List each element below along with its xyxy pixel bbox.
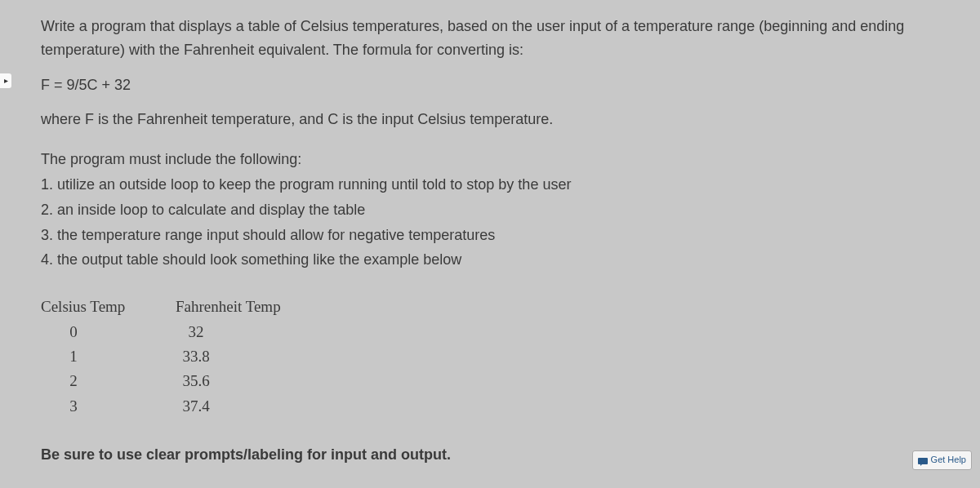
cell-fahrenheit: 32 <box>106 320 253 344</box>
where-text: where F is the Fahrenheit temperature, a… <box>41 108 939 131</box>
cell-celsius: 2 <box>41 369 106 393</box>
expand-handle[interactable]: ▸ <box>0 73 11 88</box>
get-help-label: Get Help <box>931 453 966 468</box>
svg-rect-0 <box>918 458 928 464</box>
problem-content: Write a program that displays a table of… <box>0 0 980 483</box>
requirements-list: 1. utilize an outside loop to keep the p… <box>41 173 939 272</box>
requirement-item: 2. an inside loop to calculate and displ… <box>41 198 939 222</box>
get-help-button[interactable]: Get Help <box>912 450 972 470</box>
intro-paragraph: Write a program that displays a table of… <box>41 15 939 62</box>
chat-icon <box>918 456 928 464</box>
table-row: 1 33.8 <box>41 344 939 369</box>
table-row: 3 37.4 <box>41 394 939 419</box>
header-fahrenheit: Fahrenheit Temp <box>176 295 281 319</box>
chevron-right-icon: ▸ <box>4 74 8 87</box>
requirement-item: 4. the output table should look somethin… <box>41 248 939 272</box>
header-celsius: Celsius Temp <box>41 295 176 319</box>
requirements-heading: The program must include the following: <box>41 148 939 171</box>
cell-celsius: 1 <box>41 344 106 369</box>
cell-celsius: 3 <box>41 394 106 419</box>
requirement-item: 1. utilize an outside loop to keep the p… <box>41 173 939 197</box>
table-header-row: Celsius Temp Fahrenheit Temp <box>41 295 939 319</box>
formula-text: F = 9/5C + 32 <box>41 73 939 97</box>
cell-fahrenheit: 35.6 <box>106 369 253 393</box>
requirement-item: 3. the temperature range input should al… <box>41 224 939 247</box>
cell-fahrenheit: 37.4 <box>106 394 253 419</box>
table-row: 0 32 <box>41 320 939 344</box>
table-row: 2 35.6 <box>41 369 939 393</box>
cell-fahrenheit: 33.8 <box>106 344 253 369</box>
cell-celsius: 0 <box>41 320 106 344</box>
example-table: Celsius Temp Fahrenheit Temp 0 32 1 33.8… <box>41 295 939 419</box>
footer-note: Be sure to use clear prompts/labeling fo… <box>41 443 939 467</box>
